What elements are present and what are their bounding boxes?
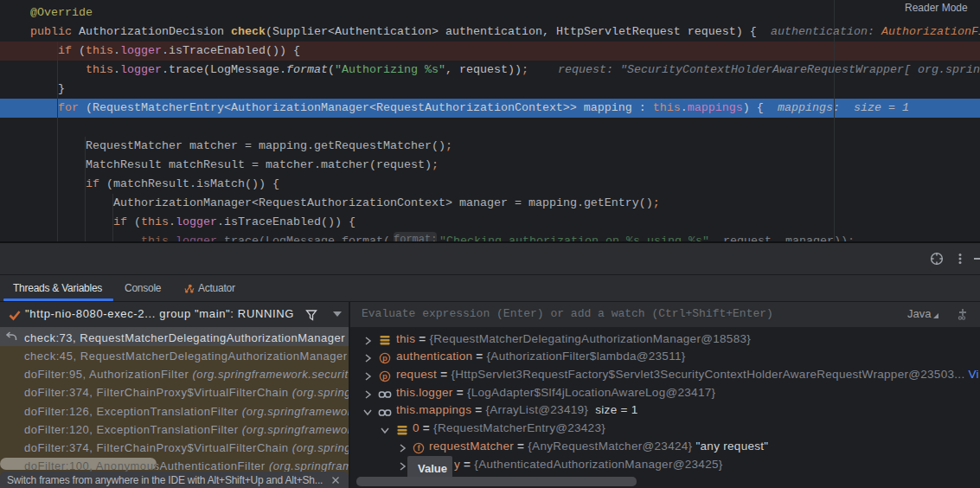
- svg-text:p: p: [382, 353, 388, 363]
- svg-text:p: p: [382, 371, 388, 381]
- svg-text:f: f: [417, 443, 420, 453]
